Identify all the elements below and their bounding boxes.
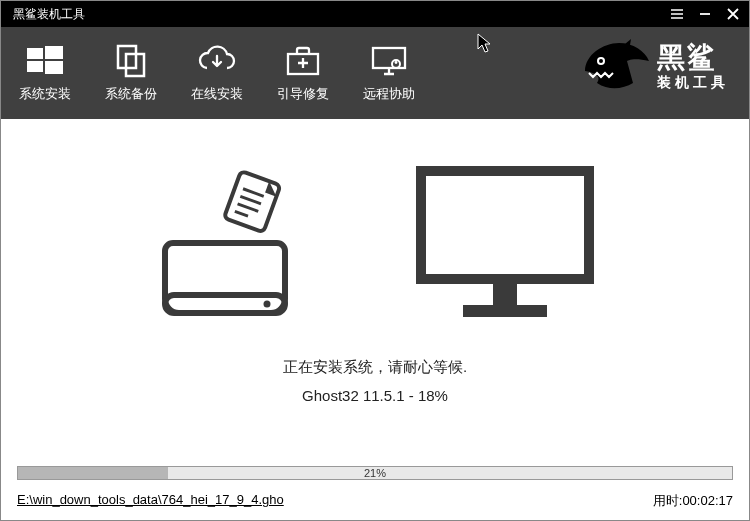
svg-rect-17 [463, 305, 547, 317]
menu-icon[interactable] [669, 6, 685, 22]
shark-icon [579, 37, 651, 99]
window-title: 黑鲨装机工具 [9, 6, 85, 23]
svg-rect-15 [421, 171, 589, 279]
nav-label: 远程协助 [363, 85, 415, 103]
close-icon[interactable] [725, 6, 741, 22]
content-area: 正在安装系统，请耐心等候. Ghost32 11.5.1 - 18% 21% E… [1, 119, 749, 521]
nav-label: 在线安装 [191, 85, 243, 103]
nav-boot-repair[interactable]: 引导修复 [275, 43, 331, 103]
svg-point-14 [264, 301, 271, 308]
nav-label: 系统安装 [19, 85, 71, 103]
cloud-download-icon [197, 43, 237, 79]
svg-rect-0 [27, 48, 43, 59]
nav-label: 系统备份 [105, 85, 157, 103]
status-text: 正在安装系统，请耐心等候. Ghost32 11.5.1 - 18% [1, 353, 749, 410]
elapsed-time: 用时:00:02:17 [653, 492, 733, 510]
nav-system-backup[interactable]: 系统备份 [103, 43, 159, 103]
nav-label: 引导修复 [277, 85, 329, 103]
nav-remote-assist[interactable]: 远程协助 [361, 43, 417, 103]
svg-rect-3 [45, 61, 63, 74]
file-path-link[interactable]: E:\win_down_tools_data\764_hei_17_9_4.gh… [17, 492, 284, 510]
svg-point-9 [395, 61, 398, 64]
svg-rect-16 [493, 279, 517, 305]
copy-icon [114, 43, 148, 79]
toolbar: 系统安装 系统备份 在线安装 引导修复 远程协助 [1, 27, 749, 119]
brand-text: 黑鲨 装机工具 [657, 44, 729, 92]
remote-monitor-icon [370, 43, 408, 79]
status-line1: 正在安装系统，请耐心等候. [1, 353, 749, 382]
progress-area: 21% [17, 466, 733, 480]
svg-rect-2 [27, 61, 43, 72]
nav-system-install[interactable]: 系统安装 [17, 43, 73, 103]
nav-online-install[interactable]: 在线安装 [189, 43, 245, 103]
window-controls [669, 6, 741, 22]
minimize-icon[interactable] [697, 6, 713, 22]
briefcase-plus-icon [285, 43, 321, 79]
brand-line1: 黑鲨 [657, 44, 729, 72]
disk-file-icon [155, 165, 305, 325]
svg-rect-1 [45, 46, 63, 59]
cursor-icon [477, 33, 493, 53]
footer-row: E:\win_down_tools_data\764_hei_17_9_4.gh… [17, 492, 733, 510]
windows-icon [25, 43, 65, 79]
svg-point-11 [599, 59, 603, 63]
monitor-icon [415, 165, 595, 325]
brand-line2: 装机工具 [657, 74, 729, 92]
illustration-row [1, 119, 749, 325]
brand-logo: 黑鲨 装机工具 [579, 37, 729, 99]
progress-percent-label: 21% [18, 467, 732, 479]
status-line2: Ghost32 11.5.1 - 18% [1, 382, 749, 411]
progress-bar: 21% [17, 466, 733, 480]
titlebar: 黑鲨装机工具 [1, 1, 749, 27]
